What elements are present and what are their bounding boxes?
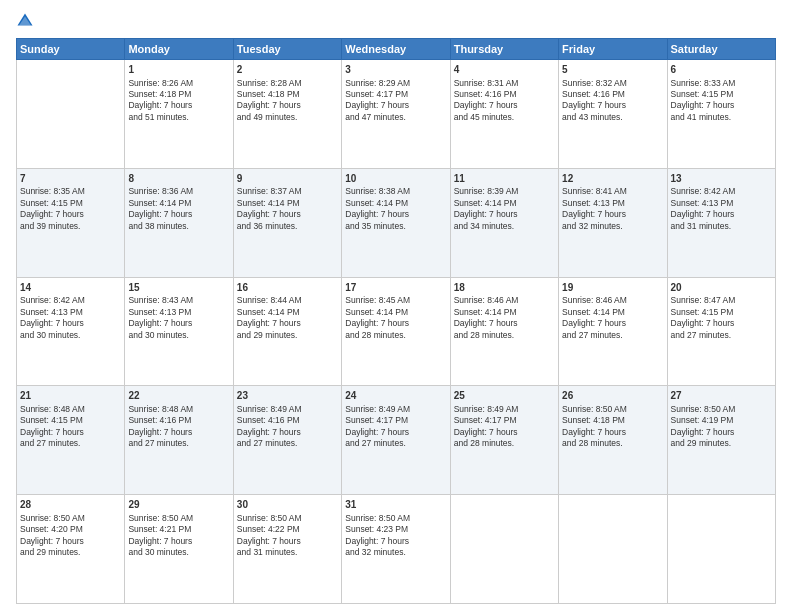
day-info: Sunset: 4:13 PM bbox=[671, 198, 772, 209]
day-info: Sunset: 4:16 PM bbox=[128, 415, 229, 426]
calendar-cell bbox=[667, 495, 775, 604]
calendar-cell: 11Sunrise: 8:39 AMSunset: 4:14 PMDayligh… bbox=[450, 168, 558, 277]
day-number: 1 bbox=[128, 63, 229, 77]
day-info: and 28 minutes. bbox=[562, 438, 663, 449]
day-number: 9 bbox=[237, 172, 338, 186]
day-info: Sunrise: 8:33 AM bbox=[671, 78, 772, 89]
day-number: 4 bbox=[454, 63, 555, 77]
day-number: 13 bbox=[671, 172, 772, 186]
day-number: 30 bbox=[237, 498, 338, 512]
calendar-cell: 23Sunrise: 8:49 AMSunset: 4:16 PMDayligh… bbox=[233, 386, 341, 495]
calendar-cell: 22Sunrise: 8:48 AMSunset: 4:16 PMDayligh… bbox=[125, 386, 233, 495]
day-info: Daylight: 7 hours bbox=[562, 209, 663, 220]
day-info: Sunset: 4:20 PM bbox=[20, 524, 121, 535]
day-info: and 30 minutes. bbox=[128, 547, 229, 558]
calendar-header-row: SundayMondayTuesdayWednesdayThursdayFrid… bbox=[17, 39, 776, 60]
calendar-cell: 12Sunrise: 8:41 AMSunset: 4:13 PMDayligh… bbox=[559, 168, 667, 277]
day-info: and 29 minutes. bbox=[671, 438, 772, 449]
page: SundayMondayTuesdayWednesdayThursdayFrid… bbox=[0, 0, 792, 612]
header bbox=[16, 12, 776, 30]
day-info: and 36 minutes. bbox=[237, 221, 338, 232]
day-info: and 31 minutes. bbox=[671, 221, 772, 232]
day-number: 27 bbox=[671, 389, 772, 403]
day-info: Daylight: 7 hours bbox=[345, 427, 446, 438]
day-info: Sunset: 4:23 PM bbox=[345, 524, 446, 535]
calendar-cell: 8Sunrise: 8:36 AMSunset: 4:14 PMDaylight… bbox=[125, 168, 233, 277]
day-info: Sunset: 4:13 PM bbox=[128, 307, 229, 318]
calendar-cell: 15Sunrise: 8:43 AMSunset: 4:13 PMDayligh… bbox=[125, 277, 233, 386]
day-info: Daylight: 7 hours bbox=[671, 318, 772, 329]
day-info: Sunrise: 8:44 AM bbox=[237, 295, 338, 306]
day-info: Sunset: 4:17 PM bbox=[454, 415, 555, 426]
day-info: Sunset: 4:16 PM bbox=[454, 89, 555, 100]
calendar-cell: 26Sunrise: 8:50 AMSunset: 4:18 PMDayligh… bbox=[559, 386, 667, 495]
day-info: and 35 minutes. bbox=[345, 221, 446, 232]
calendar-cell: 20Sunrise: 8:47 AMSunset: 4:15 PMDayligh… bbox=[667, 277, 775, 386]
day-info: Sunset: 4:16 PM bbox=[562, 89, 663, 100]
day-info: Sunrise: 8:26 AM bbox=[128, 78, 229, 89]
calendar-cell: 6Sunrise: 8:33 AMSunset: 4:15 PMDaylight… bbox=[667, 60, 775, 169]
day-info: Sunrise: 8:48 AM bbox=[128, 404, 229, 415]
day-info: and 30 minutes. bbox=[20, 330, 121, 341]
day-info: Sunrise: 8:47 AM bbox=[671, 295, 772, 306]
day-info: Daylight: 7 hours bbox=[562, 427, 663, 438]
day-info: Sunrise: 8:42 AM bbox=[671, 186, 772, 197]
day-info: Sunset: 4:14 PM bbox=[345, 307, 446, 318]
day-info: Daylight: 7 hours bbox=[20, 209, 121, 220]
day-number: 19 bbox=[562, 281, 663, 295]
day-info: Sunrise: 8:48 AM bbox=[20, 404, 121, 415]
day-info: and 31 minutes. bbox=[237, 547, 338, 558]
calendar-week-4: 21Sunrise: 8:48 AMSunset: 4:15 PMDayligh… bbox=[17, 386, 776, 495]
calendar-cell bbox=[17, 60, 125, 169]
calendar-cell: 7Sunrise: 8:35 AMSunset: 4:15 PMDaylight… bbox=[17, 168, 125, 277]
day-info: and 27 minutes. bbox=[20, 438, 121, 449]
day-info: and 27 minutes. bbox=[128, 438, 229, 449]
day-info: and 49 minutes. bbox=[237, 112, 338, 123]
day-number: 31 bbox=[345, 498, 446, 512]
day-number: 18 bbox=[454, 281, 555, 295]
day-number: 15 bbox=[128, 281, 229, 295]
day-info: Daylight: 7 hours bbox=[237, 318, 338, 329]
day-info: Sunset: 4:14 PM bbox=[454, 307, 555, 318]
calendar-cell: 18Sunrise: 8:46 AMSunset: 4:14 PMDayligh… bbox=[450, 277, 558, 386]
day-header-monday: Monday bbox=[125, 39, 233, 60]
day-info: Sunset: 4:13 PM bbox=[562, 198, 663, 209]
calendar-table: SundayMondayTuesdayWednesdayThursdayFrid… bbox=[16, 38, 776, 604]
day-info: Daylight: 7 hours bbox=[345, 209, 446, 220]
day-info: Sunrise: 8:36 AM bbox=[128, 186, 229, 197]
day-header-tuesday: Tuesday bbox=[233, 39, 341, 60]
calendar-cell: 28Sunrise: 8:50 AMSunset: 4:20 PMDayligh… bbox=[17, 495, 125, 604]
day-info: and 41 minutes. bbox=[671, 112, 772, 123]
day-info: Sunset: 4:14 PM bbox=[454, 198, 555, 209]
day-info: Sunrise: 8:50 AM bbox=[20, 513, 121, 524]
day-header-sunday: Sunday bbox=[17, 39, 125, 60]
day-info: Sunrise: 8:43 AM bbox=[128, 295, 229, 306]
day-number: 23 bbox=[237, 389, 338, 403]
day-number: 2 bbox=[237, 63, 338, 77]
day-info: and 47 minutes. bbox=[345, 112, 446, 123]
day-info: Sunrise: 8:50 AM bbox=[237, 513, 338, 524]
day-info: and 29 minutes. bbox=[237, 330, 338, 341]
calendar-cell: 3Sunrise: 8:29 AMSunset: 4:17 PMDaylight… bbox=[342, 60, 450, 169]
day-number: 14 bbox=[20, 281, 121, 295]
day-info: and 38 minutes. bbox=[128, 221, 229, 232]
day-number: 28 bbox=[20, 498, 121, 512]
day-info: Sunset: 4:14 PM bbox=[562, 307, 663, 318]
day-info: and 32 minutes. bbox=[345, 547, 446, 558]
day-info: Daylight: 7 hours bbox=[345, 318, 446, 329]
day-info: Sunset: 4:18 PM bbox=[562, 415, 663, 426]
day-info: and 43 minutes. bbox=[562, 112, 663, 123]
day-header-friday: Friday bbox=[559, 39, 667, 60]
day-info: Daylight: 7 hours bbox=[237, 427, 338, 438]
calendar-cell: 13Sunrise: 8:42 AMSunset: 4:13 PMDayligh… bbox=[667, 168, 775, 277]
day-info: Sunset: 4:18 PM bbox=[128, 89, 229, 100]
day-number: 24 bbox=[345, 389, 446, 403]
day-info: Daylight: 7 hours bbox=[237, 536, 338, 547]
day-info: Sunrise: 8:32 AM bbox=[562, 78, 663, 89]
day-number: 3 bbox=[345, 63, 446, 77]
calendar-cell: 21Sunrise: 8:48 AMSunset: 4:15 PMDayligh… bbox=[17, 386, 125, 495]
calendar-cell: 25Sunrise: 8:49 AMSunset: 4:17 PMDayligh… bbox=[450, 386, 558, 495]
calendar-cell: 17Sunrise: 8:45 AMSunset: 4:14 PMDayligh… bbox=[342, 277, 450, 386]
day-number: 20 bbox=[671, 281, 772, 295]
day-info: and 27 minutes. bbox=[345, 438, 446, 449]
